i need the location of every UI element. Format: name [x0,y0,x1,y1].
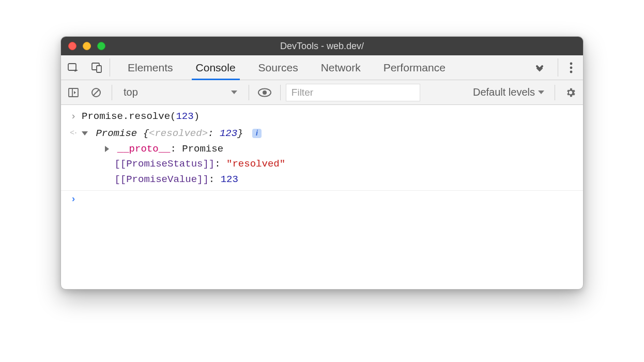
result-content: Promise {<resolved>: 123} i __proto__: P… [82,126,578,187]
console-toolbar: top Default levels [61,80,583,105]
code-token: Promise [96,128,137,139]
triangle-down-icon [82,131,88,135]
console-prompt-row: › [61,191,583,208]
code-token: Promise [182,143,223,155]
panel-tabs: Elements Console Sources Network Perform… [111,55,533,80]
output-marker-icon: <· [65,127,82,188]
code-token: [[PromiseStatus]] [114,158,214,170]
create-live-expression-button[interactable] [254,82,275,103]
levels-label: Default levels [473,86,535,98]
execution-context-selector[interactable]: top [117,86,243,98]
code-token: { [137,128,149,139]
code-token: 123 [220,128,237,139]
devtools-window: DevTools - web.dev/ Elements Console S [60,36,584,290]
svg-rect-0 [68,64,76,70]
info-icon[interactable]: i [252,129,262,138]
code-token: 123 [221,174,238,185]
code-token: [[PromiseValue]] [114,174,208,185]
svg-point-11 [263,90,267,95]
object-toggle[interactable] [82,128,90,139]
more-tabs-button[interactable] [533,55,557,80]
svg-point-4 [570,66,573,69]
separator [112,85,112,100]
code-token: : [209,174,221,185]
tab-label: Sources [258,62,298,74]
input-marker-icon: › [65,109,82,124]
toggle-console-sidebar-button[interactable] [63,82,84,103]
svg-point-5 [570,70,573,73]
window-traffic-lights [61,42,105,50]
separator [558,58,558,77]
code-token: } [237,128,243,139]
code-token: "resolved" [226,158,285,170]
tab-network[interactable]: Network [310,55,372,80]
tab-label: Console [196,62,236,74]
toggle-device-toolbar-icon[interactable] [85,55,109,80]
context-label: top [124,86,138,98]
chevron-down-icon [231,90,237,94]
console-log-area: › Promise.resolve(123) <· Promise {<reso… [61,105,583,208]
window-title: DevTools - web.dev/ [61,41,583,52]
svg-rect-2 [97,66,101,72]
console-input-echo: › Promise.resolve(123) [61,108,583,125]
code-token: : [170,143,182,155]
expression-text: Promise.resolve(123) [82,109,578,124]
log-levels-selector[interactable]: Default levels [473,86,549,98]
code-token: : [208,128,220,139]
svg-point-3 [570,62,573,65]
tab-console[interactable]: Console [185,55,247,80]
code-token: ( [170,111,176,122]
close-window-button[interactable] [68,42,76,50]
prompt-marker-icon: › [65,192,82,207]
panel-tabstrip: Elements Console Sources Network Perform… [61,55,583,80]
code-token: __proto__ [117,143,171,155]
separator [555,85,555,100]
code-token: <resolved> [149,128,208,139]
inspect-element-icon[interactable] [61,55,85,80]
clear-console-button[interactable] [86,82,106,103]
console-result: <· Promise {<resolved>: 123} i __proto__… [61,125,583,191]
console-settings-button[interactable] [560,82,581,103]
code-token: : [214,158,226,170]
code-token: 123 [176,111,193,122]
tab-sources[interactable]: Sources [247,55,310,80]
zoom-window-button[interactable] [97,42,105,50]
customize-devtools-button[interactable] [559,55,583,80]
code-token: ) [194,111,200,122]
console-input[interactable] [82,192,578,207]
tab-label: Network [321,62,361,74]
tab-label: Elements [128,62,173,74]
proto-toggle[interactable] [105,143,111,155]
titlebar: DevTools - web.dev/ [61,37,583,55]
svg-rect-6 [69,88,78,97]
code-token: Promise.resolve [82,111,170,122]
separator [249,85,249,100]
triangle-right-icon [105,146,109,152]
tab-label: Performance [384,62,446,74]
chevron-down-icon [538,90,544,94]
tab-elements[interactable]: Elements [116,55,185,80]
filter-input[interactable] [286,84,420,101]
svg-line-9 [94,89,99,95]
minimize-window-button[interactable] [83,42,91,50]
tab-performance[interactable]: Performance [372,55,457,80]
separator [110,58,110,77]
separator [280,85,281,100]
